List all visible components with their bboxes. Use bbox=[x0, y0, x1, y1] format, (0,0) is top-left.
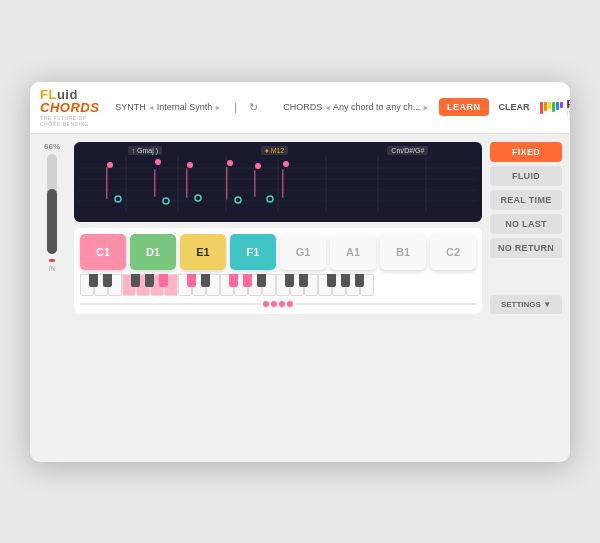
logo-sub: THE FUTURE OF CHORD BENDING bbox=[40, 115, 99, 127]
black-key-1[interactable] bbox=[103, 274, 112, 287]
pr-svg bbox=[78, 157, 478, 212]
learn-button[interactable]: LEARN bbox=[439, 98, 489, 116]
accent-dot-1 bbox=[263, 301, 269, 307]
piano-roll: ↑ Gmaj ) ♦ M12 Cm/D#/G# bbox=[74, 142, 482, 222]
chord-key-B1[interactable]: B1 bbox=[380, 234, 426, 270]
black-key-13[interactable] bbox=[341, 274, 350, 287]
black-key-5[interactable] bbox=[187, 274, 196, 287]
chord-key-C1[interactable]: C1 bbox=[80, 234, 126, 270]
svg-point-16 bbox=[255, 163, 261, 169]
pr-grid-container bbox=[78, 157, 478, 212]
chords-label: CHORDS bbox=[283, 102, 322, 112]
pitch-text: PITCH bbox=[567, 98, 570, 110]
pitch-bar-3 bbox=[552, 102, 555, 112]
pitch-bar-4 bbox=[556, 102, 559, 110]
synth-value: Internal Synth bbox=[157, 102, 213, 112]
svg-rect-23 bbox=[106, 167, 108, 199]
chords-value: Any chord to any ch... bbox=[333, 102, 420, 112]
chords-right-arrow: ► bbox=[422, 104, 429, 111]
mode-btn-fixed[interactable]: FIXED bbox=[490, 142, 562, 162]
refresh-icon-btn[interactable]: ↻ bbox=[246, 99, 261, 116]
synth-button[interactable]: SYNTH ◄ Internal Synth ► bbox=[111, 100, 225, 114]
pitch-bar-5 bbox=[560, 102, 563, 108]
vol-indicator bbox=[49, 259, 55, 262]
svg-point-13 bbox=[155, 159, 161, 165]
center-panel: ↑ Gmaj ) ♦ M12 Cm/D#/G# bbox=[74, 142, 482, 314]
chord-key-D1[interactable]: D1 bbox=[130, 234, 176, 270]
black-key-2[interactable] bbox=[131, 274, 140, 287]
keys-area: C1D1E1F1G1A1B1C2 bbox=[74, 228, 482, 314]
header: FLuid CHORDS THE FUTURE OF CHORD BENDING… bbox=[30, 82, 570, 134]
mode-btn-real-time[interactable]: REAL TIME bbox=[490, 190, 562, 210]
piano-keyboard bbox=[80, 274, 476, 296]
black-key-7[interactable] bbox=[229, 274, 238, 287]
in-label: IN bbox=[49, 265, 56, 272]
accent-dot-2 bbox=[271, 301, 277, 307]
chord-key-C2[interactable]: C2 bbox=[430, 234, 476, 270]
svg-point-15 bbox=[227, 160, 233, 166]
black-key-11[interactable] bbox=[299, 274, 308, 287]
accent-dot-3 bbox=[279, 301, 285, 307]
mode-btn-no-last[interactable]: NO LAST bbox=[490, 214, 562, 234]
chord-key-F1[interactable]: F1 bbox=[230, 234, 276, 270]
accent-line bbox=[80, 303, 261, 305]
chord-key-G1[interactable]: G1 bbox=[280, 234, 326, 270]
vol-label: 66% bbox=[44, 142, 60, 151]
pr-chord-complex: Cm/D#/G# bbox=[387, 146, 428, 155]
black-key-10[interactable] bbox=[285, 274, 294, 287]
chord-keys-row: C1D1E1F1G1A1B1C2 bbox=[80, 234, 476, 270]
black-key-0[interactable] bbox=[89, 274, 98, 287]
logo-chords: CHORDS bbox=[40, 100, 99, 115]
black-key-6[interactable] bbox=[201, 274, 210, 287]
logo-area: FLuid CHORDS THE FUTURE OF CHORD BENDING bbox=[40, 88, 99, 127]
logo-title: FLuid CHORDS bbox=[40, 88, 99, 114]
pitch-logo: PITCH INNOVATIONS bbox=[540, 98, 570, 116]
chords-left-arrow: ◄ bbox=[324, 104, 331, 111]
black-key-12[interactable] bbox=[327, 274, 336, 287]
right-panel: FIXEDFLUIDREAL TIMENO LASTNO RETURNSETTI… bbox=[490, 142, 562, 314]
pitch-sub: INNOVATIONS bbox=[567, 110, 570, 116]
settings-button[interactable]: SETTINGS ▼ bbox=[490, 295, 562, 314]
black-key-9[interactable] bbox=[257, 274, 266, 287]
svg-point-14 bbox=[187, 162, 193, 168]
chords-button[interactable]: CHORDS ◄ Any chord to any ch... ► bbox=[279, 100, 433, 114]
chord-key-A1[interactable]: A1 bbox=[330, 234, 376, 270]
vol-slider[interactable] bbox=[47, 154, 57, 254]
synth-right-arrow: ► bbox=[214, 104, 221, 111]
pr-chord-m12: ♦ M12 bbox=[261, 146, 288, 155]
black-key-14[interactable] bbox=[355, 274, 364, 287]
black-key-3[interactable] bbox=[145, 274, 154, 287]
vol-slider-fill bbox=[47, 189, 57, 254]
svg-rect-24 bbox=[154, 169, 156, 197]
accent-line-2 bbox=[295, 303, 476, 305]
pitch-bar-1 bbox=[544, 102, 547, 111]
pitch-bar-2 bbox=[548, 102, 551, 109]
chord-key-E1[interactable]: E1 bbox=[180, 234, 226, 270]
pr-header: ↑ Gmaj ) ♦ M12 Cm/D#/G# bbox=[78, 146, 478, 155]
svg-rect-25 bbox=[186, 168, 188, 198]
black-key-8[interactable] bbox=[243, 274, 252, 287]
settings-icon-btn[interactable]: | bbox=[231, 99, 240, 115]
black-key-4[interactable] bbox=[159, 274, 168, 287]
left-panel: 66% IN bbox=[38, 142, 66, 314]
synth-left-arrow: ◄ bbox=[148, 104, 155, 111]
clear-button[interactable]: CLEAR bbox=[495, 98, 534, 116]
mode-btn-fluid[interactable]: FLUID bbox=[490, 166, 562, 186]
accent-dot-4 bbox=[287, 301, 293, 307]
svg-rect-28 bbox=[282, 169, 284, 198]
app-window: FLuid CHORDS THE FUTURE OF CHORD BENDING… bbox=[30, 82, 570, 462]
svg-point-12 bbox=[107, 162, 113, 168]
pitch-bars bbox=[540, 102, 563, 114]
main-content: 66% IN ↑ Gmaj ) ♦ M12 Cm/D#/G# bbox=[30, 134, 570, 322]
pitch-bar-0 bbox=[540, 102, 543, 114]
synth-label: SYNTH bbox=[115, 102, 146, 112]
svg-rect-27 bbox=[254, 170, 256, 197]
mode-btn-no-return[interactable]: NO RETURN bbox=[490, 238, 562, 258]
svg-rect-26 bbox=[226, 167, 228, 200]
svg-point-17 bbox=[283, 161, 289, 167]
pr-chord-gmaj: ↑ Gmaj ) bbox=[128, 146, 162, 155]
accent-row bbox=[80, 300, 476, 308]
